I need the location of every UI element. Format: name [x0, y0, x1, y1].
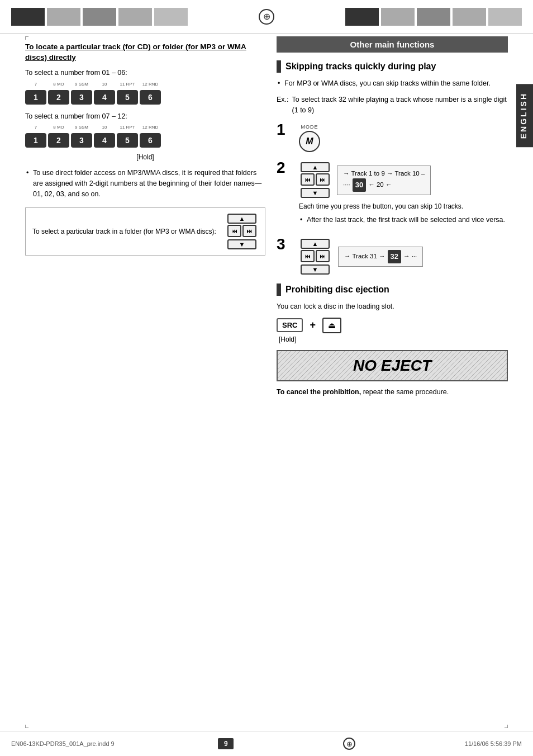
skipping-section: Skipping tracks quickly during play For …: [277, 60, 508, 275]
step-1-content: MODE M: [299, 122, 508, 152]
mode-button-wrap: MODE M: [299, 124, 320, 152]
step-1-num: 1: [277, 122, 293, 138]
footer-right: 11/16/06 5:56:39 PM: [465, 740, 522, 747]
prohibit-section: Prohibiting disc ejection You can lock a…: [277, 284, 508, 398]
cancel-suffix: repeat the same procedure.: [363, 388, 449, 396]
right-column: Other main functions Skipping tracks qui…: [277, 36, 508, 728]
mc-next-btn[interactable]: ⏭: [242, 225, 256, 237]
footer-left: EN06-13KD-PDR35_001A_pre.indd 9: [11, 740, 115, 747]
step2-mc-down[interactable]: ▼: [301, 188, 330, 198]
label-9ssm: 9 SSM: [71, 82, 92, 87]
mode-label-text: MODE: [301, 124, 318, 130]
select-range-2-label: To select a number from 07 – 12:: [25, 111, 265, 122]
step3-prev[interactable]: ⏮: [301, 250, 315, 262]
step3-prev-next: ⏮ ⏭: [301, 250, 330, 262]
step-3-content: ▲ ⏮ ⏭ ▼ → Track 31 → 32 → ···: [299, 237, 508, 275]
mode-button[interactable]: M: [299, 131, 320, 152]
skipping-heading: Skipping tracks quickly during play: [277, 60, 508, 73]
step2-mc-up[interactable]: ▲: [301, 162, 330, 172]
src-button[interactable]: SRC: [277, 318, 303, 332]
hold-label: [Hold]: [279, 336, 508, 343]
step2-prev[interactable]: ⏮: [301, 173, 315, 186]
step3-track-line: → Track 31 → 32 → ···: [344, 250, 417, 263]
track-diagram-line2: ···· 30 ← 20 ←: [343, 178, 425, 192]
btn-2[interactable]: 2: [48, 90, 69, 105]
mc-up-btn[interactable]: ▲: [227, 214, 256, 224]
label-10: 10: [94, 82, 115, 87]
label2-10: 10: [94, 125, 115, 130]
bar-block-r4: [453, 8, 486, 26]
label2-7: 7: [25, 125, 46, 130]
label-8mo: 8 MO: [48, 82, 69, 87]
step2-prev-next: ⏮ ⏭: [301, 173, 330, 186]
left-bullet-1: To use direct folder access on MP3/WMA d…: [25, 168, 265, 199]
skipping-bullet: For MP3 or WMA discs, you can skip track…: [277, 78, 508, 89]
step3-mc-up[interactable]: ▲: [301, 239, 330, 249]
prohibit-body: You can lock a disc in the loading slot.: [277, 301, 508, 312]
step-2-row: 2 ▲ ⏮ ⏭ ▼ → Track 1 to 9 → Track 10 –: [277, 160, 508, 229]
bar-block-r5: [488, 8, 522, 26]
mc-prev-btn[interactable]: ⏮: [227, 225, 241, 237]
bar-block-3: [83, 8, 116, 26]
bar-block-r1: [345, 8, 379, 26]
label-12rnd: 12 RND: [140, 82, 161, 87]
btn2-4[interactable]: 4: [94, 133, 115, 148]
prohibit-heading: Prohibiting disc ejection: [277, 284, 508, 296]
src-row: SRC + ⏏: [277, 318, 508, 333]
btn2-2[interactable]: 2: [48, 133, 69, 148]
track-dots: ····: [343, 180, 350, 190]
step-2-num: 2: [277, 160, 293, 176]
num-buttons-row1: 1 2 3 4 5 6: [25, 90, 265, 105]
heading-bar: [277, 60, 281, 73]
btn2-6[interactable]: 6: [140, 133, 161, 148]
btn-1[interactable]: 1: [25, 90, 46, 105]
label-11rpt: 11 RPT: [117, 82, 138, 87]
mc-down-btn[interactable]: ▼: [227, 239, 256, 249]
label2-12rnd: 12 RND: [140, 125, 161, 130]
btn-3[interactable]: 3: [71, 90, 92, 105]
no-eject-text: NO EJECT: [283, 357, 501, 375]
prohibit-heading-bar: [277, 284, 281, 296]
label2-9ssm: 9 SSM: [71, 125, 92, 130]
step2-description: Each time you press the button, you can …: [299, 201, 463, 211]
cancel-text: To cancel the prohibition, repeat the sa…: [277, 387, 508, 398]
compass-symbol: ⊕: [259, 9, 274, 25]
left-column: To locate a particular track (for CD) or…: [25, 36, 265, 728]
btn-5[interactable]: 5: [117, 90, 138, 105]
bar-block-5: [154, 8, 188, 26]
plus-sign: +: [310, 319, 316, 331]
label2-11rpt: 11 RPT: [117, 125, 138, 130]
track-diagram-line1: → Track 1 to 9 → Track 10 –: [343, 169, 425, 178]
label-7: 7: [25, 82, 46, 87]
eject-button[interactable]: ⏏: [322, 318, 341, 333]
btn-4[interactable]: 4: [94, 90, 115, 105]
step3-next[interactable]: ⏭: [316, 250, 330, 262]
page-number: 9: [218, 738, 234, 749]
folder-box-text: To select a particular track in a folder…: [32, 226, 221, 237]
step2-next[interactable]: ⏭: [316, 173, 330, 186]
num-buttons-row2: 1 2 3 4 5 6: [25, 133, 265, 148]
step2-track-diagram: → Track 1 to 9 → Track 10 – ···· 30 ← 20…: [337, 166, 431, 195]
step3-track-diagram: → Track 31 → 32 → ···: [338, 247, 423, 267]
folder-media-controls: ▲ ⏮ ⏭ ▼: [226, 214, 258, 249]
skipping-heading-text: Skipping tracks quickly during play: [285, 62, 436, 72]
step-2-content: ▲ ⏮ ⏭ ▼ → Track 1 to 9 → Track 10 – ····: [299, 160, 508, 229]
other-main-header: Other main functions: [277, 36, 508, 53]
track-32: 32: [388, 250, 401, 263]
step2-bullet: After the last track, the first track wi…: [299, 215, 505, 225]
no-eject-box: NO EJECT: [277, 350, 508, 381]
folder-box: To select a particular track in a folder…: [25, 207, 265, 256]
bar-block-1: [11, 8, 45, 26]
btn-6[interactable]: 6: [140, 90, 161, 105]
top-bar-inner: ⊕: [0, 3, 533, 30]
track31-text: → Track 31 →: [344, 252, 386, 261]
ex-label: Ex.:: [277, 94, 289, 116]
btn2-3[interactable]: 3: [71, 133, 92, 148]
top-bar: ⊕: [0, 0, 533, 34]
btn-labels-row2: 7 8 MO 9 SSM 10 11 RPT 12 RND: [25, 125, 265, 130]
step3-mc-down[interactable]: ▼: [301, 264, 330, 275]
bottom-compass: ⊕: [343, 738, 355, 750]
prohibit-heading-text: Prohibiting disc ejection: [285, 285, 389, 295]
btn2-5[interactable]: 5: [117, 133, 138, 148]
btn2-1[interactable]: 1: [25, 133, 46, 148]
